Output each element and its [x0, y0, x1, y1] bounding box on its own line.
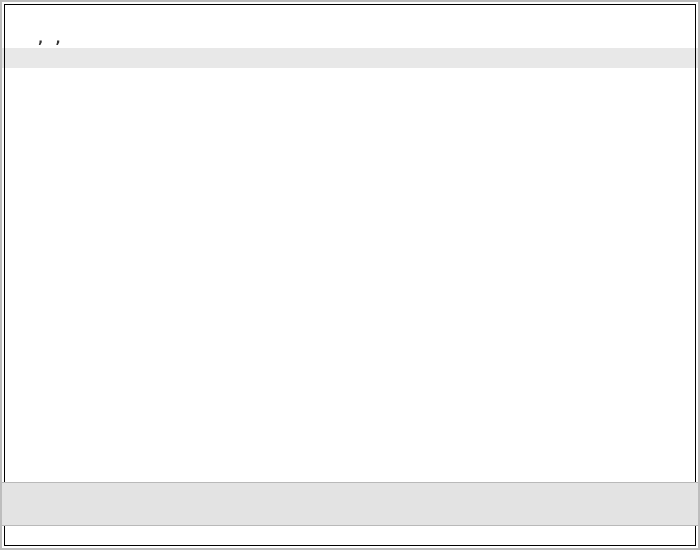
- minibuffer[interactable]: [2, 526, 698, 548]
- mode-line: [2, 482, 698, 526]
